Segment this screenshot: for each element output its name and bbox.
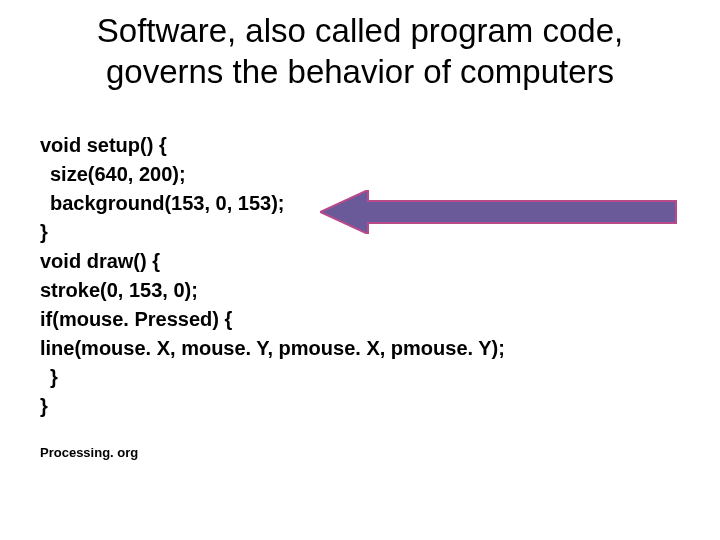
code-line-2: size(640, 200); <box>40 160 680 189</box>
slide-title: Software, also called program code, gove… <box>40 10 680 93</box>
code-line-6: stroke(0, 153, 0); <box>40 276 680 305</box>
code-line-7: if(mouse. Pressed) { <box>40 305 680 334</box>
code-line-8: line(mouse. X, mouse. Y, pmouse. X, pmou… <box>40 334 680 363</box>
code-line-9: } <box>40 363 680 392</box>
code-line-10: } <box>40 392 680 421</box>
left-arrow-icon <box>320 190 678 234</box>
code-block: void setup() { size(640, 200); backgroun… <box>40 131 680 421</box>
code-line-5: void draw() { <box>40 247 680 276</box>
code-line-1: void setup() { <box>40 131 680 160</box>
source-credit: Processing. org <box>40 445 680 460</box>
svg-marker-0 <box>320 190 676 234</box>
